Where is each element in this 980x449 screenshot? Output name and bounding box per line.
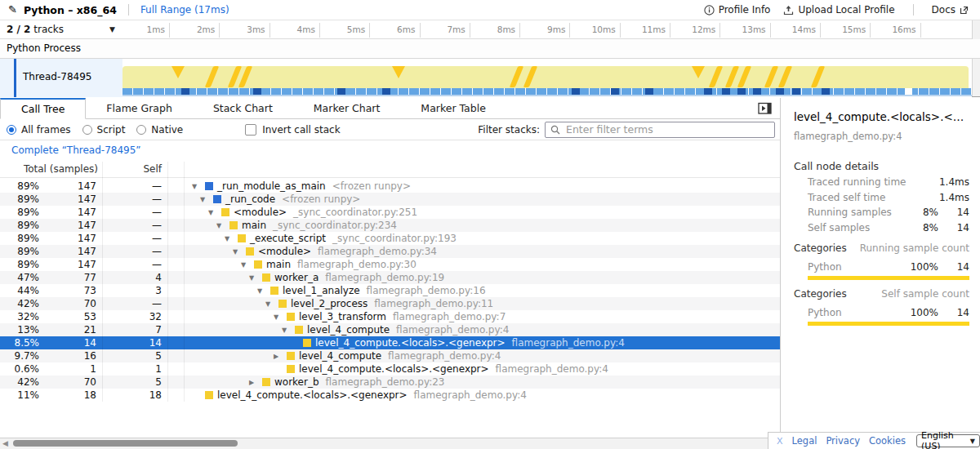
jank-marker-triangle-icon [392,66,405,78]
calltree-row[interactable]: 89%147—▼<module>flamegraph_demo.py:34 [0,245,780,258]
radio-script-label[interactable]: Script [97,124,126,136]
calltree-row[interactable]: 89%147—▼_run_code<frozen runpy> [0,193,780,206]
file-location: flamegraph_demo.py:30 [297,259,416,270]
calltree-row[interactable]: 8.5%1414level_4_compute.<locals>.<genexp… [0,336,780,349]
invert-call-stack-checkbox[interactable] [245,124,256,136]
sample-strip-dark-segment [382,88,390,95]
calltree-row[interactable]: 89%147—▼_execute_script_sync_coordinator… [0,232,780,245]
footer-link-cookies[interactable]: Cookies [869,435,906,447]
total-samples-cell: 53 [42,311,96,322]
footer-links: LegalPrivacyCookies [792,435,906,447]
calltree-row[interactable]: 9.7%165▶level_4_computeflamegraph_demo.p… [0,349,780,362]
ruler-tick-label: 12ms [678,24,715,34]
calltree-row[interactable]: 42%70—▼level_2_processflamegraph_demo.py… [0,297,780,310]
thread-track-row[interactable]: Thread-78495 [0,59,980,97]
self-samples-cell: 14 [106,337,162,349]
jank-marker-triangle-icon [172,66,185,78]
timeline-ruler[interactable]: 1ms2ms3ms4ms5ms6ms7ms8ms9ms10ms11ms12ms1… [122,20,972,39]
sample-strip-dark-segment [253,88,261,95]
tab-stack-chart[interactable]: Stack Chart [193,98,293,118]
sample-strip-underline [122,95,972,96]
ruler-tick-label: 10ms [578,24,616,34]
calltree-row[interactable]: 47%774▼worker_aflamegraph_demo.py:19 [0,271,780,284]
footer-link-legal[interactable]: Legal [792,435,817,447]
jank-marker-triangle-icon [692,66,705,78]
thread-track-label-area[interactable]: Thread-78495 [0,59,122,97]
calltree-row[interactable]: 89%147—▼<module>_sync_coordinator.py:251 [0,206,780,219]
total-samples-cell: 73 [42,285,96,296]
calltree-rows: 89%147—▼_run_module_as_main<frozen runpy… [0,180,780,402]
footer-close-button[interactable]: X [777,436,783,447]
profile-info-button[interactable]: Profile Info [704,4,771,16]
file-location: flamegraph_demo.py:4 [396,324,509,336]
filter-input-box[interactable] [545,122,775,138]
expanded-twisty-icon[interactable]: ▼ [192,183,205,190]
tab-marker-table[interactable]: Marker Table [400,98,506,118]
expanded-twisty-icon[interactable]: ▼ [282,327,295,334]
thread-activity-graph[interactable] [122,59,972,97]
file-location: _sync_coordinator.py:193 [332,233,457,244]
radio-all-frames[interactable] [7,125,16,135]
expanded-twisty-icon[interactable]: ▼ [225,235,238,242]
expanded-twisty-icon[interactable]: ▼ [216,222,229,229]
expanded-twisty-icon[interactable]: ▼ [208,209,221,216]
yellow-category-icon [246,247,254,256]
invert-call-stack-label[interactable]: Invert call stack [262,124,340,136]
yellow-category-icon [287,365,295,373]
expanded-twisty-icon[interactable]: ▼ [233,248,246,256]
ruler-tick-label: 14ms [778,24,816,34]
tree-cell: level_4_compute.<locals>.<genexpr>flameg… [274,363,608,375]
tab-marker-chart[interactable]: Marker Chart [293,98,401,118]
calltree-row[interactable]: 13%217▼level_4_computeflamegraph_demo.py… [0,323,780,336]
file-location: flamegraph_demo.py:34 [318,246,437,257]
function-name: main [266,259,291,270]
function-name: <module> [234,207,287,218]
upload-local-profile-button[interactable]: Upload Local Profile [783,4,894,16]
radio-native-label[interactable]: Native [151,124,183,136]
sidebar-toggle-button[interactable] [758,102,773,115]
expanded-twisty-icon[interactable]: ▼ [200,196,213,203]
tracks-dropdown-caret-icon[interactable]: ▼ [109,25,115,33]
horizontal-scrollbar-thumb[interactable] [13,440,238,447]
footer-link-privacy[interactable]: Privacy [826,435,860,447]
yellow-category-icon [238,234,246,242]
calltree-row[interactable]: 32%5332▼level_3_transformflamegraph_demo… [0,310,780,323]
sample-strip-dark-segment [337,88,345,95]
process-track-row[interactable]: Python Process [0,39,980,59]
collapsed-twisty-icon[interactable]: ▶ [274,353,287,360]
total-percent-cell: 32% [0,311,39,322]
full-range-link[interactable]: Full Range (17ms) [140,4,229,16]
calltree-row[interactable]: 89%147—▼_run_module_as_main<frozen runpy… [0,180,780,193]
radio-script[interactable] [82,125,92,135]
calltree-row[interactable]: 11%1818level_4_compute.<locals>.<genexpr… [0,389,780,402]
file-location: flamegraph_demo.py:4 [512,337,625,349]
self-samples-cell: — [106,193,162,205]
complete-thread-link[interactable]: Complete “Thread-78495” [11,144,141,156]
language-select[interactable]: English (US) ▼ [916,434,980,447]
calltree-row[interactable]: 44%733▼level_1_analyzeflamegraph_demo.py… [0,284,780,297]
scroll-left-arrow-icon[interactable]: ◀ [2,439,8,447]
total-samples-cell: 16 [42,350,96,362]
tab-call-tree[interactable]: Call Tree [0,98,86,119]
calltree-row[interactable]: 89%147—▼mainflamegraph_demo.py:30 [0,258,780,271]
self-samples-cell: 3 [106,285,162,296]
expanded-twisty-icon[interactable]: ▼ [265,300,278,308]
tab-flame-graph[interactable]: Flame Graph [86,98,193,118]
docs-link[interactable]: Docs [932,4,969,16]
calltree-row[interactable]: 0.6%11level_4_compute.<locals>.<genexpr>… [0,362,780,376]
collapsed-twisty-icon[interactable]: ▶ [249,379,262,386]
filter-input[interactable] [564,122,769,136]
expanded-twisty-icon[interactable]: ▼ [241,261,254,269]
calltree-row[interactable]: 89%147—▼main_sync_coordinator.py:234 [0,219,780,232]
category-row: Python100%14 [781,261,980,274]
tracks-visibility-button[interactable]: 2 / 2 tracks [7,24,64,35]
radio-all-frames-label[interactable]: All frames [21,124,71,136]
calltree-row[interactable]: 42%705▶worker_bflamegraph_demo.py:23 [0,376,780,389]
expanded-twisty-icon[interactable]: ▼ [249,274,262,282]
yellow-category-icon [262,273,270,282]
ruler-tick-label: 9ms [528,24,565,34]
expanded-twisty-icon[interactable]: ▼ [257,287,270,295]
radio-native[interactable] [136,125,146,135]
categories-count-label: Running sample count [850,242,969,254]
expanded-twisty-icon[interactable]: ▼ [274,313,287,321]
